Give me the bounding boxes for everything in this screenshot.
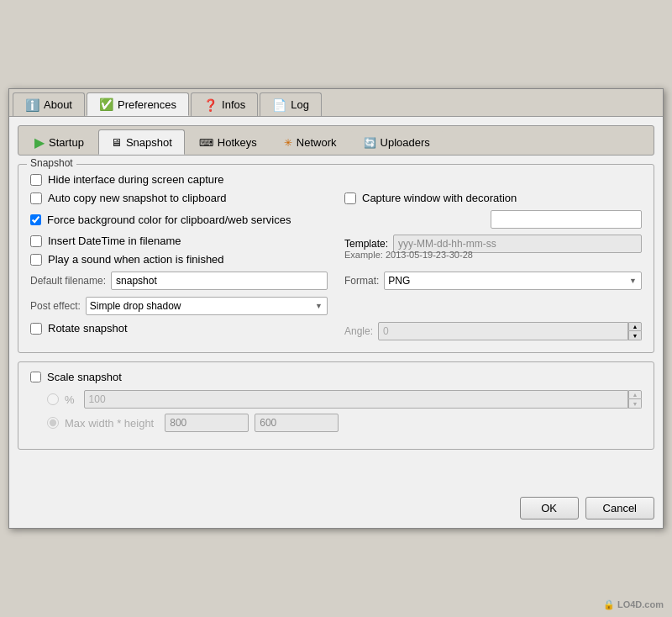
- percent-input: [84, 390, 628, 409]
- datetime-row: Insert DateTime in filename: [30, 235, 328, 247]
- example-text: Example: 2013-05-19-23-30-28: [344, 250, 642, 260]
- tab-about[interactable]: ℹ️ About: [13, 92, 85, 116]
- rotate-label: Rotate snapshot: [48, 322, 128, 335]
- tab-preferences[interactable]: ✅ Preferences: [87, 92, 189, 116]
- auto-copy-checkbox[interactable]: [30, 192, 42, 204]
- startup-play-icon: ▶: [34, 134, 45, 150]
- angle-up-button[interactable]: ▲: [628, 322, 642, 331]
- angle-spinner: ▲ ▼: [378, 322, 642, 340]
- snapshot-group: Snapshot Hide interface during screen ca…: [18, 164, 654, 353]
- top-tab-bar: ℹ️ About ✅ Preferences ❓ Infos 📄 Log: [9, 89, 663, 117]
- preferences-icon: ✅: [99, 98, 113, 111]
- tab-uploaders[interactable]: 🔄 Uploaders: [351, 129, 443, 155]
- auto-copy-row: Auto copy new snapshot to clipboard: [30, 192, 328, 204]
- post-effect-select[interactable]: None Simple drop shadow Reflection: [86, 297, 328, 315]
- row-play-sound: Play a sound when action is finished Exa…: [30, 253, 642, 272]
- percent-row: % ▲ ▼: [47, 390, 642, 409]
- tab-uploaders-label: Uploaders: [381, 136, 430, 149]
- force-bg-checkbox[interactable]: [30, 214, 41, 225]
- about-icon: ℹ️: [25, 98, 39, 112]
- tab-snapshot[interactable]: 🖥 Snapshot: [98, 129, 185, 155]
- scale-label-row: Scale snapshot: [30, 371, 642, 383]
- angle-col: Angle: ▲ ▼: [336, 322, 642, 340]
- tab-snapshot-label: Snapshot: [126, 136, 172, 149]
- main-window: ℹ️ About ✅ Preferences ❓ Infos 📄 Log ▶ S…: [8, 88, 664, 529]
- hotkeys-icon: ⌨: [199, 137, 213, 149]
- percent-label: %: [65, 393, 75, 406]
- infos-icon: ❓: [203, 98, 218, 112]
- hide-interface-checkbox[interactable]: [30, 174, 42, 186]
- tab-network[interactable]: ✳ Network: [271, 129, 349, 155]
- row-filename-format: Default filename: Format: PNG JPG BMP GI…: [30, 272, 642, 290]
- tab-hotkeys-label: Hotkeys: [218, 136, 257, 149]
- max-width-input: [165, 414, 249, 432]
- tab-network-label: Network: [297, 136, 337, 149]
- ok-button[interactable]: OK: [520, 497, 579, 519]
- snapshot-icon: 🖥: [111, 136, 122, 149]
- percent-up-button: ▲: [628, 390, 642, 399]
- auto-copy-col: Auto copy new snapshot to clipboard: [30, 192, 328, 210]
- auto-copy-label: Auto copy new snapshot to clipboard: [48, 192, 226, 204]
- watermark: 🔒 LO4D.com: [603, 599, 664, 610]
- format-col: Format: PNG JPG BMP GIF: [336, 272, 642, 290]
- rotate-row: Rotate snapshot: [30, 322, 328, 335]
- post-effect-label: Post effect:: [30, 300, 81, 312]
- format-select-wrapper: PNG JPG BMP GIF: [384, 272, 642, 290]
- hide-interface-label: Hide interface during screen capture: [48, 173, 224, 186]
- percent-spinner-buttons: ▲ ▼: [628, 390, 642, 409]
- row-post-effect: Post effect: None Simple drop shadow Ref…: [30, 297, 642, 315]
- tab-infos[interactable]: ❓ Infos: [191, 92, 258, 116]
- watermark-text: 🔒 LO4D.com: [603, 599, 664, 610]
- insert-datetime-label: Insert DateTime in filename: [48, 235, 181, 247]
- post-effect-col: Post effect: None Simple drop shadow Ref…: [30, 297, 328, 315]
- scale-group: Scale snapshot % ▲ ▼ Max width * height: [18, 361, 654, 450]
- filename-label: Default filename:: [30, 275, 106, 287]
- tab-hotkeys[interactable]: ⌨ Hotkeys: [186, 129, 270, 155]
- scale-checkbox[interactable]: [30, 372, 41, 382]
- play-sound-row: Play a sound when action is finished: [30, 253, 328, 266]
- angle-label: Angle:: [344, 325, 373, 337]
- angle-spinner-buttons: ▲ ▼: [628, 322, 642, 340]
- force-bg-label: Force background color for clipboard/web…: [47, 214, 291, 226]
- angle-down-button[interactable]: ▼: [628, 331, 642, 340]
- scale-group-label: Scale snapshot: [47, 371, 122, 383]
- percent-down-button: ▼: [628, 399, 642, 409]
- max-height-input: [255, 414, 339, 432]
- force-bg-row: Force background color for clipboard/web…: [30, 210, 642, 229]
- filename-input[interactable]: [111, 272, 328, 290]
- max-size-label: Max width * height: [65, 417, 154, 430]
- format-select[interactable]: PNG JPG BMP GIF: [384, 272, 642, 290]
- datetime-checkbox[interactable]: [30, 235, 42, 247]
- log-icon: 📄: [272, 98, 286, 112]
- rotate-checkbox[interactable]: [30, 323, 42, 335]
- bottom-buttons: OK Cancel: [9, 492, 663, 528]
- content-area: ▶ Startup 🖥 Snapshot ⌨ Hotkeys ✳ Network…: [9, 117, 663, 492]
- percent-radio: [47, 393, 59, 405]
- format-label: Format:: [344, 275, 379, 287]
- percent-spinner: ▲ ▼: [84, 390, 642, 409]
- cancel-button[interactable]: Cancel: [585, 497, 654, 519]
- capture-window-row: Capture window with decoration: [344, 192, 642, 204]
- tab-log-label: Log: [291, 98, 309, 111]
- force-bg-color-input[interactable]: [491, 210, 642, 229]
- tab-infos-label: Infos: [222, 98, 245, 111]
- second-tab-bar: ▶ Startup 🖥 Snapshot ⌨ Hotkeys ✳ Network…: [18, 125, 654, 156]
- capture-window-col: Capture window with decoration: [336, 192, 642, 210]
- capture-window-checkbox[interactable]: [344, 192, 356, 204]
- tab-about-label: About: [44, 98, 72, 111]
- post-effect-select-wrapper: None Simple drop shadow Reflection: [86, 297, 328, 315]
- tab-startup-label: Startup: [49, 136, 84, 149]
- rotate-col: Rotate snapshot: [30, 322, 328, 340]
- filename-col: Default filename:: [30, 272, 328, 290]
- play-sound-label: Play a sound when action is finished: [48, 253, 224, 266]
- tab-preferences-label: Preferences: [118, 98, 176, 111]
- tab-log[interactable]: 📄 Log: [260, 92, 322, 116]
- row-auto-copy: Auto copy new snapshot to clipboard Capt…: [30, 192, 642, 210]
- uploaders-icon: 🔄: [364, 137, 376, 149]
- play-sound-checkbox[interactable]: [30, 254, 42, 266]
- capture-window-label: Capture window with decoration: [362, 192, 517, 204]
- play-sound-col: Play a sound when action is finished: [30, 253, 328, 272]
- datetime-col: Insert DateTime in filename: [30, 235, 328, 253]
- tab-startup[interactable]: ▶ Startup: [22, 129, 97, 155]
- angle-input: [378, 322, 628, 340]
